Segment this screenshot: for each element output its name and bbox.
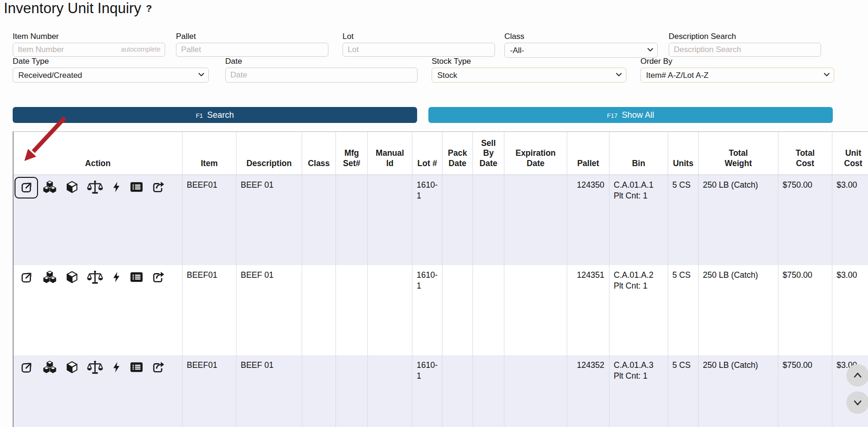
search-button[interactable]: F1 Search <box>13 107 417 123</box>
cubes-button[interactable] <box>39 267 61 287</box>
cell-total-weight: 250 LB (Catch) <box>699 265 778 355</box>
cubes-button[interactable] <box>39 177 61 197</box>
balance-scale-icon <box>86 180 104 195</box>
show-all-button[interactable]: F17 Show All <box>428 107 833 123</box>
description-search-input[interactable] <box>669 43 821 57</box>
date-type-label: Date Type <box>13 57 209 66</box>
cell-description: BEEF 01 <box>236 175 302 265</box>
stock-type-label: Stock Type <box>432 57 626 66</box>
cell-pallet: 124352 <box>567 355 609 427</box>
pallet-input[interactable] <box>176 43 328 57</box>
scroll-up-button[interactable] <box>846 364 868 387</box>
cell-units: 5 CS <box>668 265 699 355</box>
col-header-description: Description <box>236 132 302 175</box>
date-input[interactable] <box>225 68 418 83</box>
col-header-action: Action <box>14 132 183 175</box>
row-actions <box>14 265 183 355</box>
row-actions <box>14 175 183 265</box>
scale-button[interactable] <box>84 357 107 378</box>
col-header-class: Class <box>302 132 336 175</box>
pallet-label: Pallet <box>176 32 328 41</box>
cell-class <box>302 355 336 427</box>
search-label: Search <box>207 110 234 120</box>
cell-pallet: 124351 <box>567 265 609 355</box>
cube-button[interactable] <box>62 177 82 197</box>
scroll-down-button[interactable] <box>846 391 868 414</box>
show-all-label: Show All <box>622 110 654 120</box>
class-select[interactable]: -All- <box>504 43 658 58</box>
chevron-up-icon <box>852 369 864 381</box>
stock-type-select[interactable]: Stock <box>432 68 626 83</box>
lot-field: Lot <box>343 32 495 57</box>
plt-cnt: Plt Cnt: 1 <box>614 281 647 290</box>
cell-manual-id <box>368 355 412 427</box>
cell-item: BEEF01 <box>183 175 236 265</box>
cell-expiration <box>504 265 567 355</box>
cell-unit-cost: $3.00 <box>832 265 868 355</box>
cell-bin: C.A.01.A.1 Plt Cnt: 1 <box>609 175 668 265</box>
cell-total-cost: $750.00 <box>778 355 832 427</box>
bin-code: C.A.01.A.1 <box>614 180 654 190</box>
class-label: Class <box>504 32 658 41</box>
col-header-lot: Lot # <box>412 132 442 175</box>
cell-expiration <box>504 355 567 427</box>
cell-mfg-set <box>336 265 368 355</box>
list-icon <box>129 180 144 194</box>
open-unit-button[interactable] <box>15 357 38 379</box>
list-button[interactable] <box>126 267 147 287</box>
col-header-pallet: Pallet <box>567 132 609 175</box>
list-button[interactable] <box>126 357 147 377</box>
class-field: Class -All- <box>504 32 658 58</box>
bin-code: C.A.01.A.2 <box>614 270 654 280</box>
chevron-down-icon <box>852 396 864 409</box>
cell-bin: C.A.01.A.3 Plt Cnt: 1 <box>609 355 668 427</box>
cube-icon <box>65 270 79 284</box>
col-header-sell-by-date: Sell By Date <box>473 132 504 175</box>
share-icon <box>151 180 166 194</box>
bolt-icon <box>111 180 122 194</box>
cell-sell-by <box>473 265 504 355</box>
cell-manual-id <box>368 175 412 265</box>
description-search-label: Description Search <box>669 32 821 41</box>
bolt-button[interactable] <box>108 357 125 377</box>
col-header-bin: Bin <box>609 132 668 175</box>
inventory-unit-inquiry-page: Inventory Unit Inquiry? Item Number auto… <box>0 0 868 427</box>
cell-sell-by <box>473 175 504 265</box>
order-by-select[interactable]: Item# A-Z/Lot A-Z <box>640 68 834 83</box>
cell-pallet: 124350 <box>567 175 609 265</box>
cell-mfg-set <box>336 175 368 265</box>
cell-pack-date <box>442 175 473 265</box>
item-number-field: Item Number autocomplete <box>13 32 165 57</box>
plt-cnt: Plt Cnt: 1 <box>614 371 647 381</box>
lot-label: Lot <box>343 32 495 41</box>
item-number-input[interactable] <box>13 43 165 57</box>
lot-input[interactable] <box>343 43 495 57</box>
cell-total-cost: $750.00 <box>778 265 832 355</box>
scale-button[interactable] <box>84 267 107 288</box>
share-button[interactable] <box>148 177 168 197</box>
bolt-button[interactable] <box>108 177 125 197</box>
order-by-field: Order By Item# A-Z/Lot A-Z <box>640 57 834 83</box>
cell-pack-date <box>442 355 473 427</box>
scale-button[interactable] <box>84 177 107 198</box>
cell-sell-by <box>473 355 504 427</box>
table-row: BEEF01 BEEF 01 1610-1 124352 C.A.01.A.3 … <box>14 355 868 427</box>
open-unit-button[interactable] <box>15 267 38 289</box>
share-button[interactable] <box>148 357 168 377</box>
bolt-button[interactable] <box>108 267 125 287</box>
cube-button[interactable] <box>62 267 82 287</box>
open-unit-button[interactable] <box>15 177 38 198</box>
open-external-icon <box>19 181 33 195</box>
date-type-select[interactable]: Received/Created <box>13 68 209 83</box>
list-icon <box>129 360 144 374</box>
table-header-row: Action Item Description Class Mfg Set# M… <box>14 132 868 175</box>
cell-manual-id <box>368 265 412 355</box>
col-header-units: Units <box>668 132 699 175</box>
help-icon[interactable]: ? <box>146 3 152 14</box>
share-button[interactable] <box>148 267 168 287</box>
cubes-button[interactable] <box>39 357 61 377</box>
date-field: Date <box>225 57 418 83</box>
open-external-icon <box>19 271 33 285</box>
list-button[interactable] <box>126 177 147 197</box>
cube-button[interactable] <box>62 357 82 377</box>
